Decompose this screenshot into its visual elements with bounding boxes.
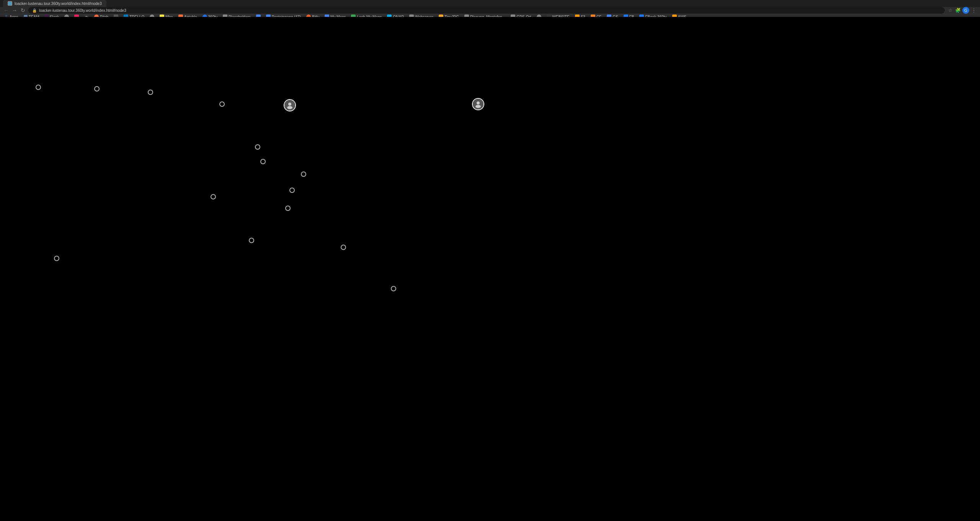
hotspot-3[interactable] [148,90,153,95]
address-bar[interactable]: 🔒 loacker-lustenau.tour.360ty.world/inde… [28,7,945,14]
hotspot-1[interactable] [36,85,41,90]
back-button[interactable]: ← [3,7,9,13]
active-tab[interactable]: 🌐 loacker-lustenau.tour.360ty.world/inde… [3,0,106,7]
hotspot-4[interactable] [219,101,225,107]
hotspot-8[interactable] [260,159,266,164]
tab-bar: 🌐 loacker-lustenau.tour.360ty.world/inde… [0,0,980,7]
hotspot-16[interactable] [391,286,396,291]
hotspot-13[interactable] [249,238,254,243]
url-path: /index.html#node3 [95,8,126,13]
menu-icon[interactable]: ⋮ [971,7,977,13]
lock-icon: 🔒 [32,8,37,13]
extension-icon[interactable]: 🧩 [955,7,961,13]
hotspot-6-content [473,99,483,109]
svg-point-1 [287,106,292,109]
profile-icon[interactable]: G [962,7,969,14]
hotspot-7[interactable] [255,144,260,150]
tab-title: loacker-lustenau.tour.360ty.world/index.… [15,2,102,6]
tab-favicon: 🌐 [8,1,12,6]
star-icon[interactable]: ☆ [947,7,953,13]
hotspot-11[interactable] [211,194,216,199]
hotspot-2[interactable] [94,86,100,91]
hotspot-14[interactable] [341,245,346,250]
hotspot-5[interactable] [284,99,296,111]
reload-button[interactable]: ↻ [20,7,26,13]
svg-point-0 [288,103,291,106]
hotspot-10[interactable] [289,188,295,193]
hotspot-6[interactable] [472,98,484,110]
svg-point-2 [477,101,480,105]
hotspot-15[interactable] [54,256,59,261]
tour-viewport[interactable] [0,17,980,513]
hotspot-5-content [284,100,295,111]
url-text: loacker-lustenau.tour.360ty.world/index.… [39,8,941,13]
svg-point-3 [475,105,481,108]
nav-icons-right: ☆ 🧩 G ⋮ [947,7,977,14]
nav-bar: ← → ↻ 🔒 loacker-lustenau.tour.360ty.worl… [0,7,980,14]
forward-button[interactable]: → [11,7,18,13]
hotspot-9[interactable] [301,171,306,177]
hotspot-12[interactable] [285,206,291,211]
url-base: loacker-lustenau.tour.360ty.world [39,8,95,13]
browser-chrome: 🌐 loacker-lustenau.tour.360ty.world/inde… [0,0,980,17]
